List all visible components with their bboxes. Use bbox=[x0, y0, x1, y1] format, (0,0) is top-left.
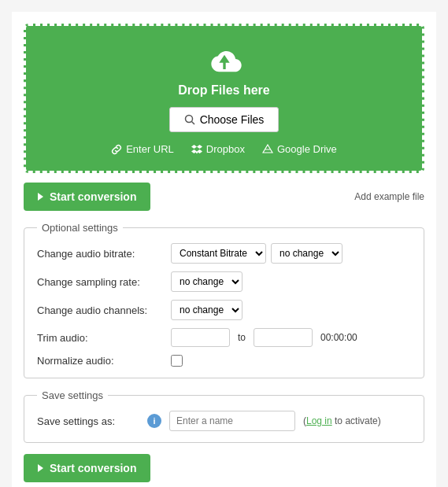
channels-select[interactable]: no change bbox=[171, 300, 243, 320]
add-example-file-link[interactable]: Add example file bbox=[354, 191, 424, 202]
sampling-controls: no change bbox=[171, 271, 243, 292]
normalize-label: Normalize audio: bbox=[37, 355, 171, 367]
sampling-row: Change sampling rate: no change bbox=[37, 271, 411, 292]
cloud-upload-icon bbox=[205, 46, 244, 77]
trim-controls: to 00:00:00 bbox=[171, 328, 357, 347]
bitrate2-select[interactable]: no change bbox=[271, 243, 342, 264]
optional-settings-fieldset: Optional settings Change audio bitrate: … bbox=[24, 222, 424, 378]
start-conversion-top-label: Start conversion bbox=[50, 190, 136, 203]
svg-marker-4 bbox=[197, 145, 202, 149]
normalize-row: Normalize audio: bbox=[37, 355, 411, 367]
drop-zone[interactable]: Drop Files here Choose Files Enter URL bbox=[24, 24, 424, 173]
svg-marker-8 bbox=[263, 145, 272, 153]
channels-row: Change audio channels: no change bbox=[37, 300, 411, 320]
save-settings-label: Save settings as: bbox=[37, 415, 139, 427]
save-settings-fieldset: Save settings Save settings as: i (Log i… bbox=[24, 389, 424, 443]
login-post: to activate) bbox=[332, 415, 381, 426]
top-action-row: Start conversion Add example file bbox=[24, 183, 424, 211]
main-container: Drop Files here Choose Files Enter URL bbox=[12, 12, 436, 487]
info-icon[interactable]: i bbox=[147, 414, 161, 428]
trim-to-text: to bbox=[238, 332, 246, 343]
start-conversion-bottom-label: Start conversion bbox=[50, 462, 136, 474]
trim-label: Trim audio: bbox=[37, 332, 171, 344]
dropbox-label: Dropbox bbox=[206, 143, 245, 155]
normalize-controls bbox=[171, 355, 183, 367]
trim-to-input[interactable] bbox=[254, 328, 313, 347]
google-drive-link[interactable]: Google Drive bbox=[262, 143, 337, 155]
search-icon bbox=[184, 114, 195, 125]
dropbox-link[interactable]: Dropbox bbox=[191, 143, 245, 155]
svg-line-2 bbox=[191, 122, 194, 125]
google-drive-label: Google Drive bbox=[277, 143, 337, 155]
save-settings-row: Save settings as: i (Log in to activate) bbox=[37, 411, 411, 431]
svg-marker-3 bbox=[191, 145, 197, 149]
bitrate-select[interactable]: Constant Bitrate Variable Bitrate bbox=[171, 243, 266, 264]
login-link[interactable]: Log in bbox=[306, 415, 332, 426]
trim-time-text: 00:00:00 bbox=[320, 332, 357, 343]
bitrate-controls: Constant Bitrate Variable Bitrate no cha… bbox=[171, 243, 342, 264]
chevron-right-icon bbox=[38, 193, 43, 201]
trim-from-input[interactable] bbox=[171, 328, 230, 347]
sampling-label: Change sampling rate: bbox=[37, 276, 171, 288]
drop-links: Enter URL Dropbox Google Drive bbox=[42, 143, 406, 155]
choose-files-button[interactable]: Choose Files bbox=[169, 107, 280, 132]
drop-files-text: Drop Files here bbox=[42, 83, 406, 98]
bitrate-row: Change audio bitrate: Constant Bitrate V… bbox=[37, 243, 411, 264]
normalize-checkbox[interactable] bbox=[171, 355, 183, 367]
sampling-select[interactable]: no change bbox=[171, 271, 243, 292]
enter-url-link[interactable]: Enter URL bbox=[111, 143, 174, 155]
save-settings-legend: Save settings bbox=[37, 389, 108, 401]
save-name-input[interactable] bbox=[169, 411, 295, 431]
enter-url-label: Enter URL bbox=[126, 143, 174, 155]
bitrate-label: Change audio bitrate: bbox=[37, 248, 171, 260]
svg-point-1 bbox=[185, 116, 192, 123]
link-icon bbox=[111, 144, 122, 155]
start-conversion-top-button[interactable]: Start conversion bbox=[24, 183, 150, 211]
bottom-action-row: Start conversion bbox=[24, 454, 424, 482]
channels-label: Change audio channels: bbox=[37, 304, 171, 316]
dropbox-icon bbox=[191, 144, 202, 155]
trim-row: Trim audio: to 00:00:00 bbox=[37, 328, 411, 347]
choose-files-label: Choose Files bbox=[200, 113, 265, 126]
login-text: (Log in to activate) bbox=[303, 415, 381, 426]
optional-settings-legend: Optional settings bbox=[37, 222, 123, 234]
start-conversion-bottom-button[interactable]: Start conversion bbox=[24, 454, 150, 482]
channels-controls: no change bbox=[171, 300, 243, 320]
chevron-right-bottom-icon bbox=[38, 464, 43, 472]
google-drive-icon bbox=[262, 144, 273, 155]
